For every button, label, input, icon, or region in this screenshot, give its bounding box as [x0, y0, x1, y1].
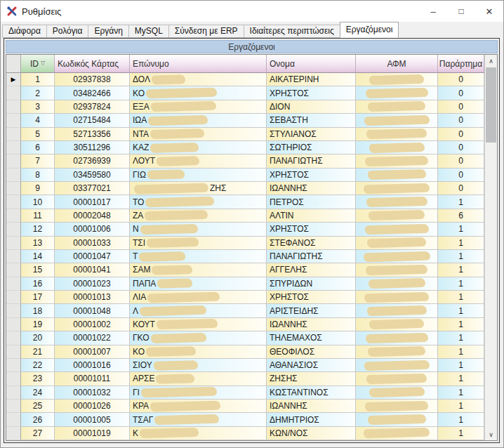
tab-rologia[interactable]: Ρολόγια	[46, 25, 89, 38]
table-row[interactable]: 552713356ΝΤΑΣΤΥΛΙΑΝΟΣ0	[6, 128, 484, 141]
cell-card[interactable]: 02937824	[55, 100, 130, 114]
cell-card[interactable]: 00001002	[55, 318, 130, 331]
cell-name[interactable]: ΙΩΑΝΝΗΣ	[267, 182, 356, 195]
cell-branch[interactable]: 0	[438, 182, 484, 195]
cell-card[interactable]: 00001006	[55, 223, 130, 236]
table-row[interactable]: 1800001048ΛΑΡΙΣΤΕΙΔΗΣ1	[6, 304, 484, 317]
cell-name[interactable]: ΧΡΗΣΤΟΣ	[267, 86, 356, 100]
tab-idiaiteres-periptoseis[interactable]: Ιδιαίτερες περιπτώσεις	[244, 25, 340, 38]
table-row[interactable]: 2600001005ΤΣΑΓΔΗΜΗΤΡΙΟΣ1	[6, 413, 484, 426]
cell-id[interactable]: 14	[21, 250, 55, 263]
row-selector-cell[interactable]	[6, 291, 21, 304]
cell-name[interactable]: ΚΩΝ/ΝΟΣ	[267, 427, 356, 440]
cell-id[interactable]: 6	[21, 141, 55, 154]
cell-card[interactable]: 52713356	[55, 128, 130, 141]
minimize-button[interactable]: –	[419, 1, 447, 22]
cell-afm[interactable]	[356, 345, 438, 359]
cell-surname[interactable]: ΣΑΜ	[130, 263, 267, 277]
cell-card[interactable]: 00001005	[55, 413, 130, 426]
cell-name[interactable]: ΑΓΓΕΛΗΣ	[267, 263, 356, 277]
cell-branch[interactable]: 1	[438, 359, 484, 372]
row-selector-cell[interactable]	[6, 223, 21, 236]
cell-branch[interactable]: 1	[438, 400, 484, 413]
cell-id[interactable]: 17	[21, 291, 55, 304]
scrollbar-thumb[interactable]	[486, 67, 496, 143]
row-selector-cell[interactable]	[6, 128, 21, 141]
cell-id[interactable]: 9	[21, 182, 55, 195]
table-row[interactable]: 1600001023ΠΑΠΑΣΠΥΡΙΔΩΝ1	[6, 277, 484, 291]
table-row[interactable]: 1200001006ΝΧΡΗΣΤΟΣ1	[6, 223, 484, 236]
cell-card[interactable]: 00001019	[55, 427, 130, 440]
table-row[interactable]: 1100002048ΖΑΑΛΤΙΝ6	[6, 209, 484, 223]
cell-surname[interactable]: ΛΟΥΤ	[130, 154, 267, 168]
cell-id[interactable]: 2	[21, 86, 55, 100]
row-selector-cell[interactable]	[6, 400, 21, 413]
close-button[interactable]: ✕	[475, 1, 503, 22]
row-selector-cell[interactable]	[6, 304, 21, 317]
row-selector-cell[interactable]	[6, 169, 21, 182]
cell-name[interactable]: ΔΙΟΝ	[267, 100, 356, 114]
cell-branch[interactable]: 1	[438, 237, 484, 250]
cell-surname[interactable]: ΚΑΖ	[130, 141, 267, 154]
row-selector-cell[interactable]	[6, 263, 21, 277]
table-row[interactable]: 2300001011ΑΡΣΕΖΗΣΗΣ1	[6, 372, 484, 386]
cell-afm[interactable]	[356, 154, 438, 168]
cell-surname[interactable]: ΖΑ	[130, 209, 267, 223]
column-header-id[interactable]: ID▽	[21, 55, 55, 73]
cell-surname[interactable]: Λ	[130, 304, 267, 317]
cell-id[interactable]: 4	[21, 114, 55, 127]
cell-card[interactable]: 02715484	[55, 114, 130, 127]
row-selector-cell[interactable]	[6, 345, 21, 359]
table-row[interactable]: 2000001022ΓΚΟΤΗΛΕΜΑΧΟΣ1	[6, 331, 484, 345]
cell-name[interactable]: ΖΗΣΗΣ	[267, 372, 356, 386]
table-row[interactable]: 2500001026ΚΡΑΙΩΑΝΝΗΣ1	[6, 400, 484, 413]
cell-branch[interactable]: 0	[438, 169, 484, 182]
cell-name[interactable]: ΙΩΑΝΝΗΣ	[267, 318, 356, 331]
cell-surname[interactable]: Τ	[130, 250, 267, 263]
cell-name[interactable]: ΔΗΜΗΤΡΙΟΣ	[267, 413, 356, 426]
cell-surname[interactable]: ΠΑΠΑ	[130, 277, 267, 291]
cell-card[interactable]: 00001047	[55, 250, 130, 263]
cell-name[interactable]: ΑΡΙΣΤΕΙΔΗΣ	[267, 304, 356, 317]
cell-name[interactable]: ΧΡΗΣΤΟΣ	[267, 291, 356, 304]
cell-afm[interactable]	[356, 318, 438, 331]
cell-name[interactable]: ΑΘΑΝΑΣΙΟΣ	[267, 359, 356, 372]
cell-surname[interactable]: Ν	[130, 223, 267, 236]
cell-afm[interactable]	[356, 400, 438, 413]
cell-id[interactable]: 27	[21, 427, 55, 440]
cell-afm[interactable]	[356, 250, 438, 263]
cell-name[interactable]: ΠΑΝΑΓΙΩΤΗΣ	[267, 250, 356, 263]
cell-id[interactable]: 10	[21, 195, 55, 209]
cell-branch[interactable]: 1	[438, 263, 484, 277]
cell-card[interactable]: 00001016	[55, 359, 130, 372]
cell-surname[interactable]: ΓΚΟ	[130, 331, 267, 345]
cell-surname[interactable]: ΤΣΑΓ	[130, 413, 267, 426]
cell-surname[interactable]: ΓΙ	[130, 386, 267, 400]
cell-branch[interactable]: 0	[438, 100, 484, 114]
cell-card[interactable]: 02937838	[55, 73, 130, 86]
column-header-afm[interactable]: ΑΦΜ	[356, 55, 438, 73]
cell-afm[interactable]	[356, 277, 438, 291]
cell-afm[interactable]	[356, 427, 438, 440]
cell-afm[interactable]	[356, 359, 438, 372]
cell-branch[interactable]: 1	[438, 304, 484, 317]
cell-card[interactable]: 00001041	[55, 263, 130, 277]
cell-card[interactable]: 30511296	[55, 141, 130, 154]
cell-card[interactable]: 00001011	[55, 372, 130, 386]
cell-surname[interactable]: Κ	[130, 427, 267, 440]
tab-diafora[interactable]: Διάφορα	[2, 25, 47, 38]
cell-card[interactable]: 00001026	[55, 400, 130, 413]
column-header-card[interactable]: Κωδικός Κάρτας	[55, 55, 130, 73]
cell-card[interactable]: 00001007	[55, 345, 130, 359]
cell-surname[interactable]: ΣΙΟΥ	[130, 359, 267, 372]
table-row[interactable]: 903377021ΖΗΣΙΩΑΝΝΗΣ0	[6, 182, 484, 195]
row-selector-cell[interactable]	[6, 277, 21, 291]
row-selector-cell[interactable]	[6, 182, 21, 195]
row-selector-cell[interactable]	[6, 195, 21, 209]
cell-card[interactable]: 00001033	[55, 237, 130, 250]
cell-branch[interactable]: 1	[438, 413, 484, 426]
cell-surname[interactable]: ΓΙΩ	[130, 169, 267, 182]
row-selector-cell[interactable]	[6, 209, 21, 223]
column-header-branch[interactable]: Παράρτημα	[438, 55, 484, 73]
row-selector-cell[interactable]	[6, 100, 21, 114]
